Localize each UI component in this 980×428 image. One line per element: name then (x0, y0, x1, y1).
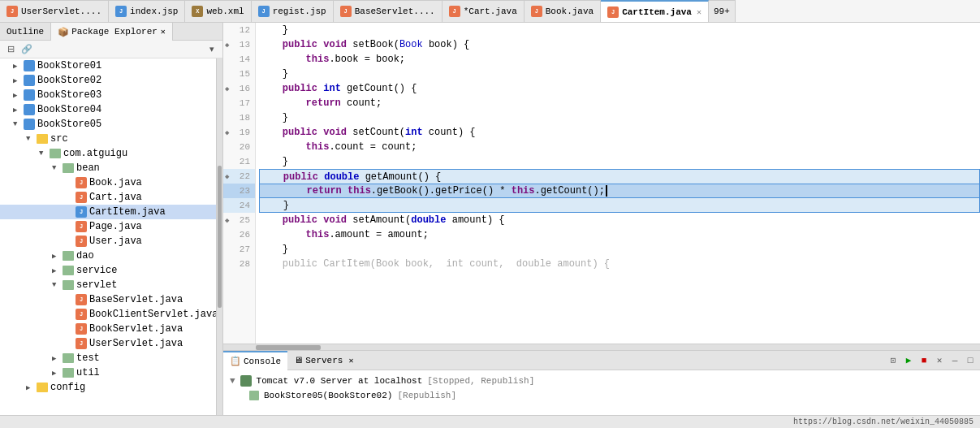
tree-item-src[interactable]: ▼ src (0, 132, 216, 146)
tree-item-servlet[interactable]: ▼ servlet (0, 278, 216, 292)
servers-tab-close-icon[interactable]: ✕ (348, 356, 353, 365)
tree-item-label: BaseServlet.java (89, 294, 183, 305)
copy-icon[interactable]: ⊡ (887, 354, 900, 367)
tree-item-bean[interactable]: ▼ bean (0, 161, 216, 175)
tree-item-label: BookStore04 (37, 104, 101, 115)
tree-item-page-java[interactable]: J Page.java (0, 219, 216, 234)
tab-label: CartItem.java (622, 7, 692, 17)
tree-item-user-java[interactable]: J User.java (0, 234, 216, 249)
tree-item-util[interactable]: ▶ util (0, 365, 216, 380)
tab-userservlet[interactable]: J UserServlet.... (0, 0, 109, 23)
outline-tab[interactable]: Outline (0, 23, 51, 41)
tree-item-label: User.java (89, 236, 142, 247)
tab-webxml[interactable]: X web.xml (185, 0, 251, 23)
servers-tab[interactable]: 🖥 Servers ✕ (287, 351, 360, 370)
tab-baseservlet[interactable]: J BaseServlet.... (334, 0, 443, 23)
tree-scrollbar[interactable] (216, 58, 222, 415)
content-area: Outline 📦 Package Explorer ✕ ⊟ 🔗 ▾ (0, 23, 980, 415)
tab-book[interactable]: J Book.java (525, 0, 601, 23)
editor-and-bottom: 12 ◆13 14 15 ◆16 17 18 ◆19 20 21 ◆22 23 … (223, 23, 980, 415)
tree-item-bookstore03[interactable]: ▶ BookStore03 (0, 88, 216, 102)
package-explorer-label: Package Explorer (71, 27, 158, 37)
expand-arrow[interactable]: ▼ (230, 376, 235, 386)
code-line-24: } (259, 198, 980, 213)
arrow-icon: ▶ (52, 369, 62, 378)
arrow-icon: ▶ (52, 266, 62, 275)
tree-item-bookstore02[interactable]: ▶ BookStore02 (0, 73, 216, 88)
tab-overflow[interactable]: 99+ (709, 0, 736, 23)
arrow-icon: ▶ (13, 76, 23, 85)
status-url: https://blog.csdn.net/weixin_44050885 (793, 417, 974, 426)
tree-item-bookstore01[interactable]: ▶ BookStore01 (0, 58, 216, 73)
line-num-25: ◆25 (223, 213, 255, 227)
tree-item-label: Page.java (89, 221, 142, 232)
tomcat-server-icon (240, 375, 252, 387)
tab-label: index.jsp (130, 6, 178, 16)
tree-item-label: BookStore02 (37, 75, 101, 86)
tomcat-status: [Stopped, Republish] (427, 376, 534, 386)
line-num-21: 21 (223, 154, 255, 169)
tab-registjsp[interactable]: J regist.jsp (252, 0, 334, 23)
tab-close-button[interactable]: ✕ (697, 7, 702, 17)
tab-label: regist.jsp (273, 6, 326, 16)
tab-cartitem[interactable]: J CartItem.java ✕ (601, 0, 709, 23)
tree-item-dao[interactable]: ▶ dao (0, 249, 216, 263)
java-file-icon3: J (449, 6, 460, 17)
clear-icon[interactable]: ✕ (933, 354, 946, 367)
tree-item-bookservlet[interactable]: J BookServlet.java (0, 322, 216, 336)
code-lines[interactable]: } public void setBook(Book book) { this.… (256, 23, 980, 344)
collapse-all-button[interactable]: ⊟ (3, 42, 18, 57)
tab-label: BaseServlet.... (355, 6, 435, 16)
line-num-20: 20 (223, 140, 255, 154)
line-num-16: ◆16 (223, 81, 255, 96)
panel-close-icon[interactable]: ✕ (161, 27, 166, 37)
arrow-icon: ▶ (52, 252, 62, 261)
tree-item-config[interactable]: ▶ config (0, 380, 216, 395)
java-file-icon5: J (607, 6, 619, 18)
tree-item-label: BookServlet.java (89, 323, 183, 335)
xml-file-icon: X (192, 6, 203, 17)
arrow-expand-icon: ▼ (26, 135, 36, 143)
java-file-icon: J (75, 322, 88, 335)
tab-label: *Cart.java (464, 6, 517, 16)
line-num-27: 27 (223, 242, 255, 257)
line-num-24: 24 (223, 198, 255, 213)
tree-item-label: config (50, 382, 85, 393)
link-with-editor-button[interactable]: 🔗 (19, 42, 34, 57)
console-tab[interactable]: 📋 Console (223, 351, 287, 370)
java-file-icon: J (75, 308, 88, 321)
console-tab-label: Console (244, 357, 281, 366)
stop-icon[interactable]: ■ (917, 354, 930, 367)
tab-cart[interactable]: J *Cart.java (443, 0, 525, 23)
tree-item-baseservlet[interactable]: J BaseServlet.java (0, 292, 216, 307)
tree-item-book-java[interactable]: J Book.java (0, 175, 216, 190)
bottom-content: ▼ Tomcat v7.0 Server at localhost [Stopp… (223, 370, 980, 415)
package-explorer-tab[interactable]: 📦 Package Explorer ✕ (51, 23, 173, 41)
tree-item-service[interactable]: ▶ service (0, 263, 216, 278)
maximize-icon[interactable]: □ (964, 354, 977, 367)
arrow-icon: ▶ (13, 91, 23, 100)
project-icon (23, 89, 36, 102)
tree-item-userservlet[interactable]: J UserServlet.java (0, 336, 216, 351)
code-line-26: this.amount = amount; (259, 227, 980, 242)
java-file-icon2: J (340, 6, 352, 17)
code-line-28: public CartItem(Book book, int count, do… (259, 257, 980, 271)
tree-item-test[interactable]: ▶ test (0, 351, 216, 365)
tree-item-cartitem-java[interactable]: J CartItem.java (0, 205, 216, 219)
run-icon[interactable]: ▶ (902, 354, 915, 367)
line-num-18: 18 (223, 110, 255, 125)
tree-item-bookstore05[interactable]: ▼ BookStore05 (0, 117, 216, 132)
minimize-icon[interactable]: — (948, 354, 961, 367)
servers-icon: 🖥 (294, 355, 303, 365)
tab-indexjsp[interactable]: J index.jsp (109, 0, 185, 23)
tree-item-cart-java[interactable]: J Cart.java (0, 190, 216, 205)
code-line-27: } (259, 242, 980, 257)
tree-item-com-atguigu[interactable]: ▼ com.atguigu (0, 146, 216, 161)
horizontal-scrollbar[interactable] (223, 344, 980, 350)
tab-label: web.xml (206, 6, 244, 16)
jsp-file-icon2: J (258, 6, 270, 17)
view-menu-button[interactable]: ▾ (205, 42, 219, 57)
arrow-icon: ▶ (52, 354, 62, 363)
tree-item-bookclientservlet[interactable]: J BookClientServlet.java (0, 307, 216, 322)
tree-item-bookstore04[interactable]: ▶ BookStore04 (0, 102, 216, 117)
